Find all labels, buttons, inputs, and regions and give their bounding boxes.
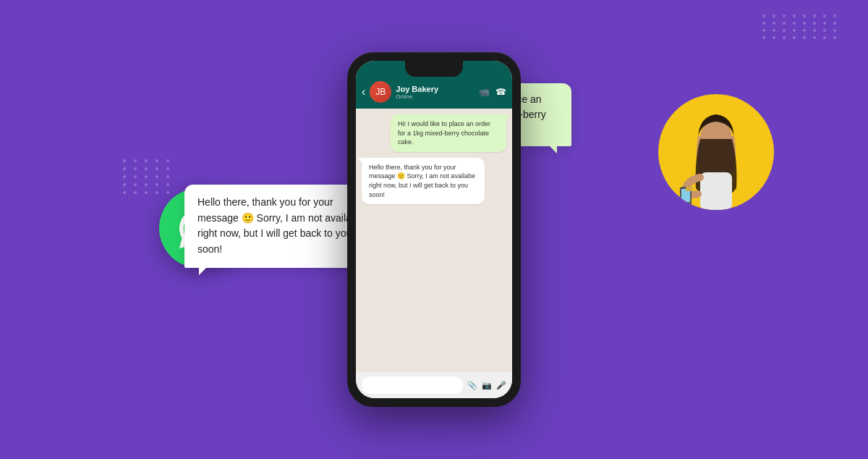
svg-rect-1	[700, 172, 732, 210]
video-call-icon[interactable]: 📹	[479, 87, 490, 97]
svg-rect-4	[686, 187, 693, 191]
attach-icon[interactable]: 📎	[467, 381, 477, 390]
camera-icon[interactable]: 📷	[482, 381, 492, 390]
incoming-message: Hello there, thank you for your message …	[362, 158, 485, 204]
person-illustration	[658, 94, 774, 210]
back-arrow-icon[interactable]: ‹	[362, 85, 365, 98]
contact-avatar: JB	[370, 81, 391, 103]
phone-body: ‹ JB Joy Bakery Online 📹 ☎ Hi! I would l…	[347, 52, 521, 407]
dots-decoration-left	[123, 159, 172, 194]
dots-decoration-top-right	[762, 14, 839, 39]
phone-notch	[405, 61, 463, 77]
contact-info: Joy Bakery Online	[396, 85, 475, 100]
header-action-icons: 📹 ☎	[479, 87, 506, 97]
phone-screen: ‹ JB Joy Bakery Online 📹 ☎ Hi! I would l…	[356, 61, 512, 398]
phone-mockup: ‹ JB Joy Bakery Online 📹 ☎ Hi! I would l…	[347, 52, 521, 407]
contact-status: Online	[396, 93, 475, 100]
chat-area: Hi! I would like to place an order for a…	[356, 109, 512, 372]
message-input[interactable]	[362, 376, 463, 394]
mic-icon[interactable]: 🎤	[496, 381, 506, 390]
chat-input-bar[interactable]: 📎 📷 🎤	[356, 372, 512, 398]
phone-call-icon[interactable]: ☎	[495, 87, 506, 97]
outgoing-message: Hi! I would like to place an order for a…	[391, 114, 506, 152]
contact-name: Joy Bakery	[396, 85, 475, 93]
person-circle	[658, 94, 774, 210]
